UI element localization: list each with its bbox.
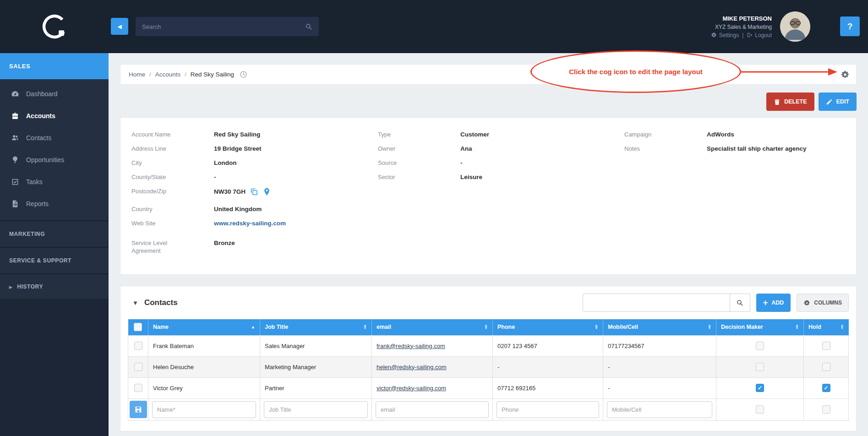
field-campaign: Campaign AdWords bbox=[624, 131, 845, 138]
field-label: Country bbox=[131, 205, 214, 213]
decision-maker-checkbox[interactable] bbox=[756, 384, 764, 392]
sort-icon: ▲▼ bbox=[484, 324, 488, 330]
logout-link[interactable]: Logout bbox=[747, 32, 772, 38]
column-label: Hold bbox=[808, 324, 821, 330]
clock-icon[interactable] bbox=[240, 71, 247, 78]
cell-phone: 0207 123 4567 bbox=[493, 335, 603, 356]
column-header-hold[interactable]: Hold▲▼ bbox=[804, 319, 849, 335]
sidebar-item-tasks[interactable]: Tasks bbox=[0, 171, 109, 193]
account-fields-column-3: Campaign AdWords Notes Specialist tall s… bbox=[624, 131, 845, 263]
briefcase-icon bbox=[11, 112, 19, 120]
settings-label: Settings bbox=[719, 32, 739, 38]
search-input[interactable] bbox=[142, 23, 305, 30]
column-header-name[interactable]: Name▲ bbox=[148, 319, 260, 335]
hold-checkbox[interactable] bbox=[822, 405, 830, 414]
save-contact-button[interactable] bbox=[130, 401, 147, 418]
field-label: Source bbox=[378, 159, 460, 167]
sidebar-collapse-button[interactable]: ◀ bbox=[111, 18, 128, 35]
new-contact-email-input[interactable] bbox=[376, 401, 489, 418]
add-contact-button[interactable]: + ADD bbox=[756, 294, 791, 312]
copy-icon[interactable] bbox=[250, 187, 258, 196]
sidebar-item-contacts[interactable]: Contacts bbox=[0, 127, 109, 149]
search-icon bbox=[305, 23, 312, 30]
cell-name: Helen Desuche bbox=[148, 356, 260, 377]
column-header-mobile[interactable]: Mobile/Cell▲▼ bbox=[603, 319, 716, 335]
email-link[interactable]: frank@redsky-sailing.com bbox=[377, 343, 445, 349]
map-pin-icon[interactable] bbox=[262, 187, 271, 196]
email-link[interactable]: helen@redsky-sailing.com bbox=[377, 364, 447, 371]
website-link[interactable]: www.redsky-sailing.com bbox=[214, 219, 286, 227]
breadcrumb-current: Red Sky Sailing bbox=[191, 71, 234, 78]
breadcrumb-home[interactable]: Home bbox=[129, 71, 145, 78]
sidebar: SALES Dashboard Accounts Contacts Opport… bbox=[0, 0, 109, 436]
app-logo[interactable] bbox=[0, 0, 109, 53]
contacts-panel-title: Contacts bbox=[144, 298, 178, 307]
record-actions: DELETE EDIT bbox=[120, 93, 857, 111]
field-notes: Notes Specialist tall ship charter agenc… bbox=[624, 145, 845, 153]
column-label: Mobile/Cell bbox=[608, 324, 638, 330]
email-link[interactable]: victor@redsky-sailing.com bbox=[377, 385, 446, 392]
select-all-checkbox[interactable] bbox=[134, 323, 142, 331]
column-label: Decision Maker bbox=[721, 324, 763, 330]
column-header-email[interactable]: email▲▼ bbox=[372, 319, 493, 335]
cell-mobile: 07177234567 bbox=[603, 335, 716, 356]
sort-icon: ▲▼ bbox=[363, 324, 367, 330]
field-county-state: County/State - bbox=[131, 173, 378, 181]
hold-checkbox[interactable] bbox=[822, 363, 830, 371]
report-icon bbox=[11, 200, 19, 208]
contacts-search-input[interactable] bbox=[583, 294, 730, 312]
column-header-decision-maker[interactable]: Decision Maker▲▼ bbox=[716, 319, 804, 335]
field-value: Specialist tall ship charter agency bbox=[707, 145, 807, 153]
column-header-job-title[interactable]: Job Title▲▼ bbox=[260, 319, 372, 335]
cell-job-title: Sales Manager bbox=[260, 335, 372, 356]
edit-button[interactable]: EDIT bbox=[819, 93, 857, 111]
help-button[interactable]: ? bbox=[840, 16, 860, 36]
new-contact-job-input[interactable] bbox=[264, 401, 368, 418]
contacts-search-button[interactable] bbox=[730, 294, 750, 312]
delete-button[interactable]: DELETE bbox=[766, 93, 814, 111]
sidebar-section-marketing[interactable]: MARKETING bbox=[0, 220, 109, 247]
new-contact-name-input[interactable] bbox=[152, 401, 256, 418]
column-label: Job Title bbox=[265, 324, 288, 330]
field-label: Sector bbox=[378, 173, 460, 181]
sidebar-item-opportunities[interactable]: Opportunities bbox=[0, 149, 109, 171]
cell-mobile: - bbox=[603, 356, 716, 377]
column-header-phone[interactable]: Phone▲▼ bbox=[493, 319, 603, 335]
sidebar-item-dashboard[interactable]: Dashboard bbox=[0, 83, 109, 105]
decision-maker-checkbox[interactable] bbox=[756, 405, 764, 414]
hold-checkbox[interactable] bbox=[822, 342, 830, 350]
select-all-header[interactable] bbox=[128, 319, 148, 335]
sidebar-item-reports[interactable]: Reports bbox=[0, 193, 109, 215]
avatar-image bbox=[780, 11, 810, 42]
field-label: Address Line bbox=[131, 145, 214, 153]
sidebar-item-label: Opportunities bbox=[26, 156, 64, 164]
settings-link[interactable]: Settings bbox=[711, 32, 739, 38]
sidebar-section-history[interactable]: ▸ HISTORY bbox=[0, 273, 109, 300]
new-contact-mobile-input[interactable] bbox=[607, 401, 712, 418]
field-label: County/State bbox=[131, 173, 214, 181]
avatar[interactable] bbox=[780, 11, 810, 42]
new-contact-phone-input[interactable] bbox=[497, 401, 599, 418]
sidebar-section-service-support[interactable]: SERVICE & SUPPORT bbox=[0, 247, 109, 273]
sidebar-item-accounts[interactable]: Accounts bbox=[0, 105, 109, 127]
row-checkbox[interactable] bbox=[134, 363, 142, 371]
new-contact-row bbox=[128, 398, 849, 420]
trash-icon bbox=[774, 98, 781, 105]
breadcrumb-accounts[interactable]: Accounts bbox=[155, 71, 181, 78]
columns-button[interactable]: COLUMNS bbox=[797, 294, 849, 312]
decision-maker-checkbox[interactable] bbox=[756, 363, 764, 371]
hold-checkbox[interactable] bbox=[822, 384, 830, 392]
field-value: Bronze bbox=[214, 239, 235, 255]
contacts-panel: ▼ Contacts + ADD COLUMNS bbox=[120, 286, 857, 431]
row-checkbox[interactable] bbox=[134, 342, 142, 350]
collapse-caret-icon[interactable]: ▼ bbox=[132, 300, 138, 306]
decision-maker-checkbox[interactable] bbox=[756, 342, 764, 350]
annotation-callout: Click the cog icon to edit the page layo… bbox=[530, 50, 741, 93]
row-checkbox[interactable] bbox=[134, 384, 142, 392]
sidebar-section-marketing-label: MARKETING bbox=[9, 231, 45, 237]
sidebar-section-service-label: SERVICE & SUPPORT bbox=[9, 257, 71, 264]
sidebar-section-sales[interactable]: SALES bbox=[0, 53, 109, 79]
sidebar-item-label: Reports bbox=[26, 200, 49, 207]
chevron-left-icon: ◀ bbox=[117, 23, 121, 30]
sort-asc-icon: ▲ bbox=[251, 325, 255, 329]
